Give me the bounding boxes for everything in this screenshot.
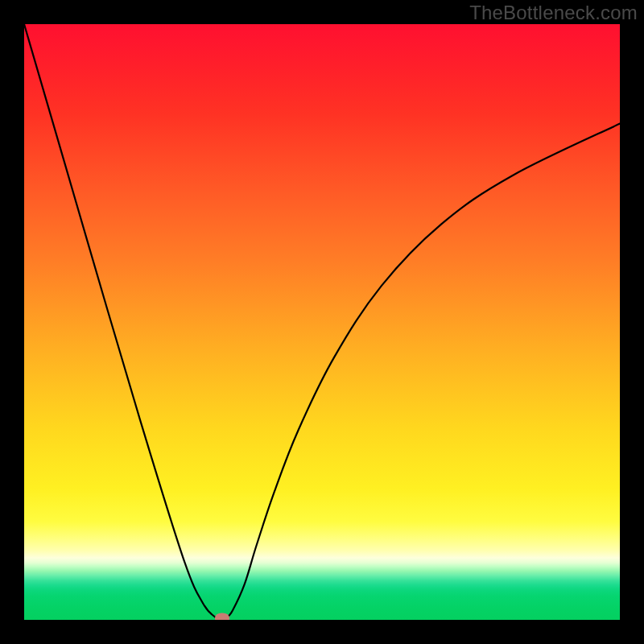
chart-frame: TheBottleneck.com (0, 0, 644, 644)
bottleneck-curve (24, 24, 620, 620)
minimum-marker (215, 613, 229, 620)
plot-area (24, 24, 620, 620)
curve-svg (24, 24, 620, 620)
watermark-text: TheBottleneck.com (469, 2, 638, 24)
